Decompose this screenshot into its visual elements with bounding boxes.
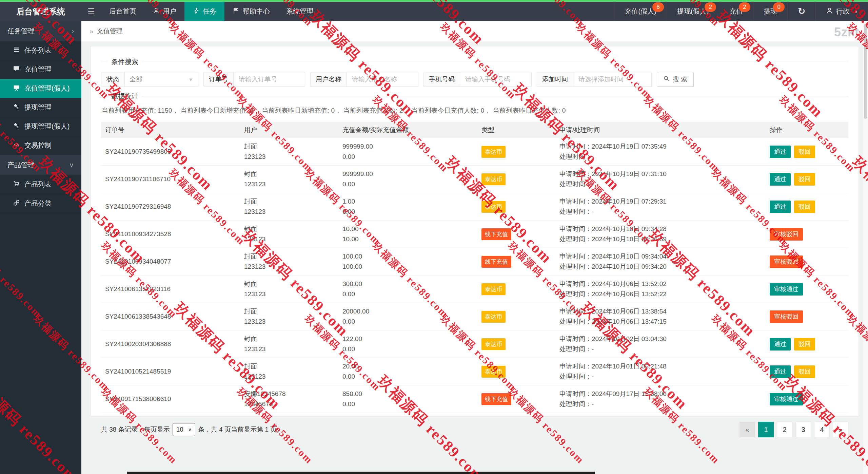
chevron-down-icon: ∨ — [188, 427, 192, 432]
actions-cell: 通过驳回 — [766, 166, 848, 193]
order-cell: SY2410100934048077 — [101, 248, 240, 276]
table-row: SY2410100934273528封面12312310.0010.00线下充值… — [101, 221, 848, 248]
sidebar-group-task-management[interactable]: 任务管理 › — [0, 21, 81, 41]
audit-reject-button[interactable]: 审核驳回 — [770, 255, 803, 268]
list-icon — [13, 46, 20, 55]
order-number-input[interactable] — [234, 72, 305, 87]
nav-item-system[interactable]: 系统管理 — [278, 2, 321, 21]
sidebar-item-recharge-management-fake[interactable]: 充值管理(假人) — [0, 79, 81, 98]
apply-time: 申请时间：2024年10月01日 05:21:48 — [559, 361, 762, 372]
nav-item-home[interactable]: 后台首页 — [101, 2, 144, 21]
approve-button[interactable]: 通过 — [770, 173, 791, 186]
reject-button[interactable]: 驳回 — [794, 146, 815, 158]
nav-item-users[interactable]: 用户 — [144, 2, 184, 21]
collapse-menu-icon[interactable]: ☰ — [81, 2, 101, 21]
recharge-amount: 122.00 — [342, 334, 473, 344]
time-cell: 申请时间：2024年10月06日 13:38:54处理时间：2024年10月06… — [555, 303, 766, 330]
chevron-up-icon: ∧ — [854, 8, 858, 15]
reject-button[interactable]: 驳回 — [794, 338, 815, 350]
search-button-label: 搜 索 — [673, 75, 687, 84]
actions-cell: 审核通过 — [766, 385, 848, 413]
nav-item-withdraw-fake[interactable]: 提现(假人) 2 — [667, 2, 719, 21]
sidebar-item-product-category[interactable]: 产品分类 — [0, 194, 81, 213]
order-cell: SY2410010521485519 — [101, 358, 240, 385]
audit-pass-button[interactable]: 审核通过 — [770, 283, 803, 296]
refresh-button[interactable]: ↻ — [787, 2, 815, 21]
vertical-scrollbar[interactable] — [863, 21, 868, 474]
order-cell: SY2410190735499805 — [101, 138, 240, 166]
sidebar-item-withdraw-management-fake[interactable]: 提现管理(假人) — [0, 117, 81, 136]
approve-button[interactable]: 通过 — [770, 146, 791, 158]
approve-button[interactable]: 通过 — [770, 365, 791, 378]
horizontal-scrollbar-thumb[interactable] — [127, 472, 595, 474]
actions-cell: 审核通过 — [766, 276, 848, 303]
order-number-field: 订单号 — [203, 72, 305, 87]
user-menu[interactable]: 行政 ∧ — [815, 2, 868, 21]
col-actions: 操作 — [766, 122, 848, 138]
page-prev-button[interactable]: « — [739, 422, 755, 437]
username-input[interactable] — [347, 72, 418, 87]
actions-cell: 审核驳回 — [766, 221, 848, 248]
sidebar-item-withdraw-management[interactable]: 提现管理 — [0, 98, 81, 117]
audit-reject-button[interactable]: 审核驳回 — [770, 310, 803, 323]
order-number: SY2410190731106710 — [105, 175, 171, 183]
audit-reject-button[interactable]: 审核驳回 — [770, 228, 803, 241]
user-cell: 封面123123 — [240, 276, 338, 303]
page-2-button[interactable]: 2 — [777, 422, 792, 437]
phone-label: 手机号码 — [424, 72, 460, 87]
status-select[interactable]: 全部 ▼ — [125, 72, 198, 87]
search-button[interactable]: 搜 索 — [657, 72, 694, 87]
page-next-button[interactable]: » — [833, 422, 848, 437]
sidebar-item-product-list[interactable]: 产品列表 — [0, 175, 81, 194]
page-size-select[interactable]: 10 ∨ — [173, 423, 195, 436]
type-badge: 泰达币 — [481, 366, 506, 378]
nav-item-help[interactable]: 帮助中心 — [224, 2, 278, 21]
user-account: 123123 — [244, 317, 334, 327]
reject-button[interactable]: 驳回 — [794, 365, 815, 378]
order-cell: SY2410190729316948 — [101, 193, 240, 221]
nav-item-withdraw[interactable]: 提现 0 — [753, 2, 787, 21]
sidebar-group-product-management[interactable]: 产品管理 ∨ — [0, 155, 81, 175]
vertical-scrollbar-thumb[interactable] — [864, 24, 867, 119]
sidebar-item-recharge-management[interactable]: 充值管理 — [0, 60, 81, 79]
time-cell: 申请时间：2024年09月17日 15:38:00处理时间：- — [555, 385, 766, 413]
summary-prefix: 共 38 条记录，每页显示 — [101, 425, 170, 434]
phone-input[interactable] — [460, 72, 531, 87]
order-number-label: 订单号 — [204, 72, 234, 87]
actual-amount: 10.00 — [342, 234, 473, 244]
type-cell: 泰达币 — [477, 138, 555, 166]
actual-amount: 0.00 — [342, 344, 473, 354]
user-account: 123123 — [244, 179, 334, 189]
approve-button[interactable]: 通过 — [770, 201, 791, 213]
gavel-icon — [13, 103, 20, 112]
time-cell: 申请时间：2024年10月19日 07:35:49处理时间：- — [555, 138, 766, 166]
add-time-input[interactable] — [573, 72, 651, 87]
user-cell: 安娜1234567812345678 — [240, 385, 338, 413]
apply-time: 申请时间：2024年10月02日 03:04:30 — [559, 334, 762, 344]
sidebar-item-task-list[interactable]: 任务列表 — [0, 41, 81, 60]
nav-item-tasks[interactable]: 任务 — [184, 2, 224, 21]
page-4-button[interactable]: 4 — [814, 422, 830, 437]
order-cell: SY2410061338543648 — [101, 303, 240, 330]
order-number: SY2410061352023116 — [105, 285, 171, 292]
page-1-button[interactable]: 1 — [758, 422, 774, 437]
recharge-amount: 850.00 — [342, 389, 473, 399]
reject-button[interactable]: 驳回 — [794, 173, 815, 186]
nav-item-recharge-fake[interactable]: 充值(假人) 6 — [614, 2, 667, 21]
approve-button[interactable]: 通过 — [770, 338, 791, 350]
time-cell: 申请时间：2024年10月02日 03:04:30处理时间：- — [555, 330, 766, 358]
apply-time: 申请时间：2024年10月19日 07:31:10 — [559, 169, 762, 179]
status-field: 状态 全部 ▼ — [101, 72, 198, 87]
page-3-button[interactable]: 3 — [795, 422, 811, 437]
user-account: 123123 — [244, 262, 334, 272]
type-cell: 泰达币 — [477, 193, 555, 221]
actions-cell: 通过驳回 — [766, 193, 848, 221]
reject-button[interactable]: 驳回 — [794, 201, 815, 213]
nav-item-recharge[interactable]: 充值 2 — [719, 2, 753, 21]
sidebar-item-trade-control[interactable]: 交易控制 — [0, 136, 81, 155]
audit-pass-button[interactable]: 审核通过 — [770, 393, 803, 405]
top-navbar: 后台管理系统 ☰ 后台首页 用户 任务 帮助中心 系统管理 充值(假人) 6 提… — [0, 2, 868, 21]
table-row: SY2410061338543648封面12312320000.000.00泰达… — [101, 303, 848, 330]
apply-time: 申请时间：2024年09月17日 15:38:00 — [559, 389, 762, 399]
type-cell: 泰达币 — [477, 276, 555, 303]
